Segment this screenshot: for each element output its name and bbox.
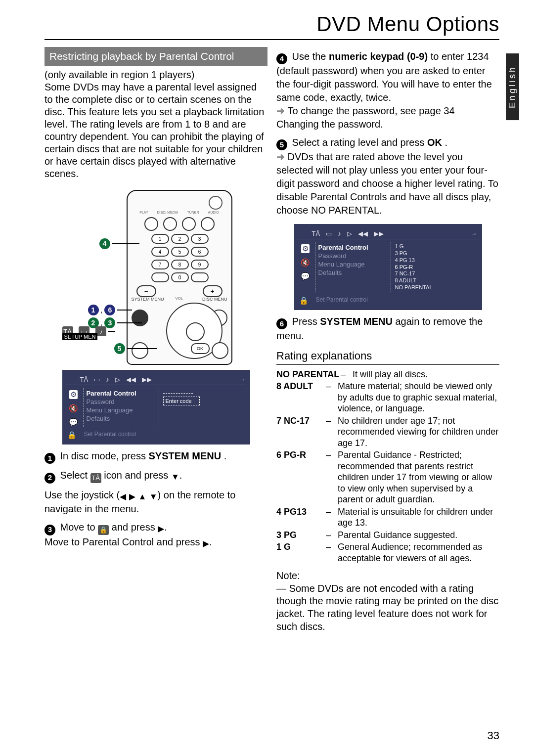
osd-item-defaults: Defaults (87, 414, 156, 423)
step-3-text-f: . (209, 536, 212, 547)
rating-desc: It will play all discs. (353, 369, 499, 380)
osd-setup-list: Parental Control Password Menu Language … (83, 388, 159, 427)
step-5-ok: OK (427, 137, 442, 148)
osd-side-setup-icon: ⚙ (69, 390, 78, 399)
step-2-text-c: . (179, 470, 182, 481)
intro-paragraph: (only available in region 1 players) Som… (44, 69, 267, 180)
step-3-parental: Parental Control (83, 536, 157, 547)
note-body: — Some DVDs are not encoded with a ratin… (276, 582, 499, 633)
left-column: Restricting playback by Parental Control… (44, 47, 267, 633)
setup-flag: SETUP MEN (62, 333, 98, 340)
osd-tab: ▷ (347, 230, 352, 237)
osd-tab: ▶▶ (374, 230, 384, 237)
osd-tab: ◀◀ (358, 230, 368, 237)
callout-num-1: 1 (88, 305, 99, 315)
callout-num-6: 6 (104, 305, 115, 315)
step-6-num: 6 (276, 318, 287, 329)
page-title: DVD Menu Options (44, 12, 499, 36)
rating-6-pgr: 6 PG-R – Parental Guidance - Restricted;… (276, 449, 499, 505)
osd-opt-selected: 6 PG-R (395, 264, 476, 271)
source-button-icon (201, 217, 215, 231)
step-3-text-b: and press (109, 522, 158, 533)
step-5-a: Select a rating level and press (292, 137, 428, 148)
key-blank (191, 272, 209, 282)
page: DVD Menu Options English Restricting pla… (0, 0, 534, 756)
osd-tabs: TÅ ▭ ♪ ▷ ◀◀ ▶▶ → (66, 374, 246, 385)
setup-icon: TÅ (90, 473, 101, 483)
source-button-icon (163, 217, 177, 231)
osd-tab: ▭ (94, 376, 100, 383)
section-heading: Restricting playback by Parental Control (44, 47, 267, 66)
step-2-text-b: icon and press (101, 470, 171, 481)
rating-label: NO PARENTAL (276, 369, 339, 379)
dash: – (326, 381, 338, 414)
osd-opt: 1 G (395, 243, 476, 250)
osd-right-pane: 1 G 3 PG 4 PG 13 6 PG-R 7 NC-17 8 ADULT … (393, 242, 478, 292)
intro-body: Some DVDs may have a parental level assi… (44, 82, 264, 179)
step-2-text-a: Select (60, 470, 90, 481)
osd-tab: ◀◀ (126, 376, 136, 383)
osd-item-parental: Parental Control (318, 243, 388, 252)
osd-tabs: TÅ ▭ ♪ ▷ ◀◀ ▶▶ → (298, 228, 478, 239)
note-label: Note: (276, 570, 499, 582)
osd-side-audio-icon: 🔇 (301, 258, 310, 267)
key-6: 6 (191, 247, 209, 257)
language-tab: English (506, 53, 519, 120)
osd-item-menu-lang: Menu Language (87, 406, 156, 414)
source-button-icon (144, 217, 158, 231)
osd-scroll-right-icon: → (239, 376, 245, 383)
step-5-sub: DVDs that are rated above the level you … (276, 151, 498, 216)
osd-opt: NO PARENTAL (395, 284, 476, 291)
power-button-icon (209, 196, 222, 210)
rating-label: 8 ADULT (276, 381, 313, 391)
columns: Restricting playback by Parental Control… (44, 47, 499, 633)
osd-tab: ▭ (326, 230, 332, 237)
key-0: 0 (171, 272, 189, 282)
osd-tab: ♪ (338, 230, 341, 237)
rating-label: 1 G (276, 542, 291, 552)
step-1-sysmenu: SYSTEM MENU (149, 450, 222, 461)
step-5-c: . (442, 137, 447, 148)
osd-item-password: Password (87, 398, 156, 406)
osd-tab: ▷ (115, 376, 120, 383)
rating-no-parental: NO PARENTAL – It will play all discs. (276, 369, 499, 380)
key-3: 3 (191, 234, 209, 244)
key-2: 2 (171, 234, 189, 244)
step-3-text-a: Move to (60, 522, 98, 533)
osd-side-subtitle-icon: 💬 (69, 418, 78, 427)
step-joystick: Use the joystick (◀ ▶ ▲ ▼) on the remote… (44, 489, 267, 516)
osd-side-icons: ⚙ 🔇 💬 (298, 242, 313, 292)
step-3-text-e: and press (157, 536, 203, 547)
rating-7-nc17: 7 NC-17 – No children under age 17; not … (276, 415, 499, 449)
rating-subhead: Rating explanations (276, 350, 499, 362)
step-4-num: 4 (276, 53, 287, 64)
step-1: 1 In disc mode, press SYSTEM MENU . (44, 449, 267, 464)
osd-tab: TÅ (80, 376, 89, 383)
step-3: 3 Move to 🔒 and press ▶. Move to Parenta… (44, 521, 267, 549)
callout-5: 5 (114, 343, 157, 354)
step-1-text-a: In disc mode, press (60, 450, 149, 461)
dash: – (326, 530, 338, 541)
osd-opt: 3 PG (395, 250, 476, 257)
osd-side-setup-icon: ⚙ (301, 244, 310, 253)
step-5: 5 Select a rating level and press OK . ➜… (276, 136, 499, 217)
vol-down-icon: − (136, 285, 156, 297)
lock-icon: 🔒 (98, 525, 109, 535)
step-6-a: Press (292, 316, 320, 327)
rating-label: 3 PG (276, 530, 297, 540)
label-audio: AUDIO (208, 211, 219, 214)
joystick-center (186, 322, 205, 341)
rating-label: 7 NC-17 (276, 416, 310, 426)
step-4-keypad: numeric keypad (0-9) (329, 51, 428, 62)
osd-setup-list: Parental Control Password Menu Language … (315, 242, 391, 292)
step-2: 2 Select TÅ icon and press ▼. (44, 469, 267, 483)
label-tuner: TUNER (187, 211, 199, 214)
dash: – (326, 415, 338, 449)
page-number: 33 (488, 729, 499, 742)
osd-footer: Set Parental control (66, 427, 246, 438)
step-1-text-c: . (221, 450, 226, 461)
dash: – (326, 506, 338, 529)
volume-row: − + (128, 285, 231, 297)
rating-3-pg: 3 PG – Parental Guidance suggested. (276, 530, 499, 541)
remote-body: PLAY DISC/ MEDIA TUNER AUDIO 1 2 (127, 190, 232, 365)
